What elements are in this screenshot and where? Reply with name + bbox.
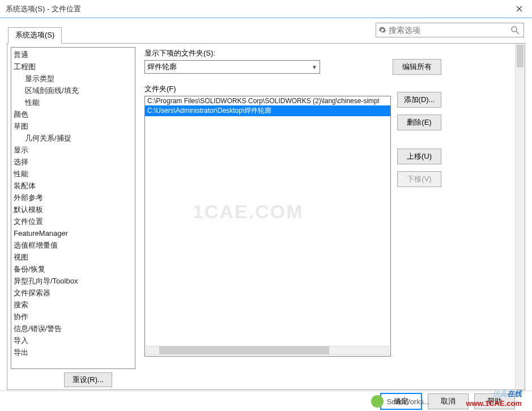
sidebar-item[interactable]: 协作	[11, 311, 135, 323]
sidebar-item[interactable]: 外部参考	[11, 192, 135, 204]
sidebar-item[interactable]: 显示	[11, 144, 135, 156]
sidebar-item[interactable]: 文件探索器	[11, 287, 135, 299]
vertical-scrollbar[interactable]	[515, 44, 525, 389]
show-folder-label: 显示下项的文件夹(S):	[144, 48, 520, 58]
combo-value: 焊件轮廓	[147, 62, 177, 72]
folder-row[interactable]: C:\Users\Administrator\Desktop\焊件轮廓	[145, 105, 390, 116]
sidebar-item[interactable]: 信息/错误/警告	[11, 323, 135, 334]
sidebar-item[interactable]: 文件位置	[11, 215, 135, 227]
svg-line-1	[516, 31, 519, 34]
sidebar-item[interactable]: 显示类型	[11, 73, 135, 84]
sidebar-item[interactable]: 默认模板	[11, 204, 135, 215]
close-button[interactable]	[506, 0, 532, 18]
chevron-down-icon: ▼	[312, 64, 317, 70]
sidebar-item[interactable]: 工程图	[11, 61, 135, 73]
sidebar-item[interactable]: 性能	[11, 96, 135, 108]
sidebar-item[interactable]: 备份/恢复	[11, 263, 135, 275]
tab-system-options[interactable]: 系统选项(S)	[8, 27, 62, 44]
folder-label: 文件夹(F)	[144, 84, 520, 94]
cancel-button[interactable]: 取消	[428, 393, 469, 409]
folder-action-buttons: 添加(D)... 删除(E) 上移(U) 下移(V)	[397, 92, 441, 187]
gear-icon	[376, 26, 389, 34]
scrollbar-thumb[interactable]	[159, 346, 329, 354]
category-tree[interactable]: 普通工程图显示类型区域剖面线/填充性能颜色草图几何关系/捕捉显示选择性能装配体外…	[11, 47, 135, 369]
sidebar-item[interactable]: 几何关系/捕捉	[11, 132, 135, 144]
move-up-button[interactable]: 上移(U)	[397, 149, 441, 164]
dialog-footer: 确定 取消 帮助	[0, 391, 532, 411]
sidebar-item[interactable]: 选值框增量值	[11, 239, 135, 251]
horizontal-scrollbar[interactable]	[146, 346, 389, 355]
add-button[interactable]: 添加(D)...	[397, 92, 441, 108]
tab-bar: 系统选项(S)	[8, 27, 62, 44]
ok-button[interactable]: 确定	[380, 393, 422, 410]
svg-point-0	[512, 27, 517, 32]
tab-panel: 普通工程图显示类型区域剖面线/填充性能颜色草图几何关系/捕捉显示选择性能装配体外…	[7, 43, 525, 390]
search-box[interactable]	[376, 23, 524, 37]
sidebar-item[interactable]: 视图	[11, 251, 135, 263]
content-area: 显示下项的文件夹(S): 焊件轮廓 ▼ 编辑所有 文件夹(F) C:\Progr…	[135, 44, 525, 389]
sidebar-item[interactable]: 搜索	[11, 299, 135, 311]
sidebar-item[interactable]: 普通	[11, 49, 135, 61]
folder-list[interactable]: C:\Program Files\SOLIDWORKS Corp\SOLIDWO…	[144, 96, 391, 357]
move-down-button: 下移(V)	[397, 171, 441, 187]
folder-type-combo[interactable]: 焊件轮廓 ▼	[144, 60, 320, 74]
delete-button[interactable]: 删除(E)	[397, 115, 441, 130]
window-title: 系统选项(S) - 文件位置	[6, 4, 81, 14]
reset-button[interactable]: 重设(R)...	[64, 372, 112, 387]
sidebar-item[interactable]: 异型孔向导/Toolbox	[11, 275, 135, 287]
sidebar-item[interactable]: 选择	[11, 156, 135, 168]
sidebar-item[interactable]: 导入	[11, 334, 135, 346]
folder-row[interactable]: C:\Program Files\SOLIDWORKS Corp\SOLIDWO…	[145, 96, 390, 105]
sidebar-item[interactable]: 区域剖面线/填充	[11, 84, 135, 96]
sidebar-item[interactable]: FeatureManager	[11, 227, 135, 239]
edit-all-button[interactable]: 编辑所有	[393, 59, 441, 75]
help-button[interactable]: 帮助	[474, 393, 515, 409]
sidebar-item[interactable]: 性能	[11, 168, 135, 180]
header-strip: 系统选项(S)	[0, 18, 532, 43]
sidebar-item[interactable]: 导出	[11, 346, 135, 358]
sidebar-item[interactable]: 装配体	[11, 180, 135, 192]
search-input[interactable]	[389, 26, 507, 35]
sidebar-item[interactable]: 草图	[11, 120, 135, 132]
search-icon[interactable]	[507, 25, 524, 35]
sidebar-item[interactable]: 颜色	[11, 108, 135, 120]
scrollbar-thumb[interactable]	[517, 45, 524, 67]
titlebar: 系统选项(S) - 文件位置	[0, 0, 532, 18]
